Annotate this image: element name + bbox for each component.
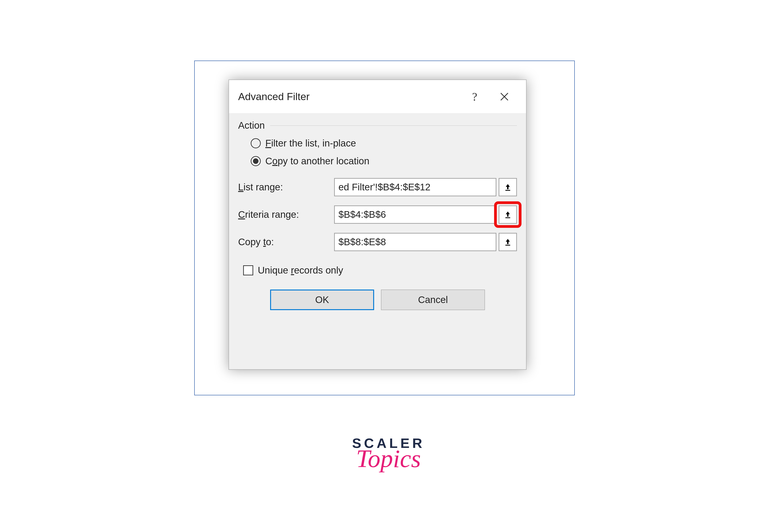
titlebar: Advanced Filter ? (229, 80, 526, 113)
cancel-button[interactable]: Cancel (381, 290, 485, 310)
list-range-picker-icon[interactable] (498, 178, 517, 196)
list-range-label: List range: (238, 182, 332, 193)
copy-to-label: Copy to: (238, 236, 332, 247)
criteria-range-picker-icon[interactable] (498, 205, 517, 224)
checkbox-label: Unique records only (258, 265, 343, 276)
copy-to-picker-icon[interactable] (498, 233, 517, 251)
copy-to-input[interactable]: $B$8:$E$8 (334, 233, 496, 251)
unique-records-checkbox[interactable]: Unique records only (243, 265, 517, 276)
ok-button[interactable]: OK (270, 290, 374, 310)
action-group-label: Action (238, 120, 517, 131)
checkbox-icon (243, 265, 253, 276)
radio-icon (251, 156, 261, 166)
list-range-input[interactable]: ed Filter'!$B$4:$E$12 (334, 178, 496, 196)
svg-rect-3 (506, 217, 510, 218)
criteria-range-input[interactable]: $B$4:$B$6 (334, 205, 496, 224)
criteria-range-label: Criteria range: (238, 209, 332, 220)
help-icon[interactable]: ? (460, 80, 489, 113)
svg-rect-4 (506, 245, 510, 246)
advanced-filter-dialog: Advanced Filter ? Action Filter the list… (229, 80, 527, 370)
scaler-topics-logo: SCALER Topics (352, 436, 425, 471)
close-icon[interactable] (489, 80, 519, 113)
radio-copy-to-location[interactable]: Copy to another location (251, 155, 517, 167)
svg-rect-2 (506, 190, 510, 191)
radio-icon (251, 138, 261, 148)
dialog-title: Advanced Filter (238, 91, 310, 103)
radio-filter-in-place[interactable]: Filter the list, in-place (251, 138, 517, 149)
radio-label: Copy to another location (265, 155, 369, 167)
radio-label: Filter the list, in-place (265, 138, 356, 149)
